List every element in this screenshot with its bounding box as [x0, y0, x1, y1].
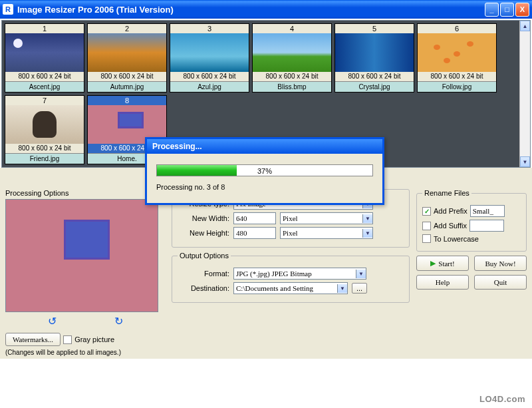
- thumbnail-image: [170, 33, 249, 72]
- minimize-button[interactable]: _: [485, 3, 499, 17]
- thumbnail-index: 5: [335, 24, 414, 33]
- thumbnail-filename: Crystal.jpg: [335, 81, 414, 92]
- thumbnail-dimensions: 800 x 600 x 24 bit: [5, 72, 84, 81]
- add-prefix-label: Add Prefix: [434, 207, 467, 215]
- scroll-up-icon[interactable]: ▲: [520, 21, 530, 31]
- rotate-cw-icon[interactable]: ↻: [114, 315, 123, 327]
- thumbnail-filename: Bliss.bmp: [253, 81, 331, 92]
- thumbnail-index: 7: [5, 96, 84, 105]
- changes-note: (Changes will be applied to all images.): [5, 349, 165, 356]
- chevron-down-icon: ▼: [362, 229, 372, 238]
- thumbnail-image: [5, 105, 84, 144]
- thumbnail-dimensions: 800 x 600 x 24 bit: [335, 72, 414, 81]
- to-lowercase-label: To Lowercase: [434, 235, 479, 243]
- play-icon: ▶: [430, 259, 436, 268]
- titlebar: R Image Resizer Pro 2006 (Trial Version)…: [0, 0, 532, 19]
- processing-options-label: Processing Options: [5, 189, 165, 197]
- progress-percent: 37%: [157, 165, 372, 177]
- new-height-label: New Height:: [178, 229, 229, 237]
- gray-picture-checkbox[interactable]: [63, 335, 72, 344]
- thumbnail-filename: Azul.jpg: [170, 81, 249, 92]
- thumbnail-image: [5, 33, 84, 72]
- to-lowercase-checkbox[interactable]: [422, 234, 431, 243]
- format-label: Format:: [178, 270, 229, 278]
- height-unit-value: Pixel: [283, 229, 298, 237]
- right-column: Rename Files ✓ Add Prefix Add Suffix To …: [416, 189, 527, 356]
- add-suffix-label: Add Suffix: [434, 222, 467, 230]
- thumbnail[interactable]: 5800 x 600 x 24 bitCrystal.jpg: [334, 23, 414, 93]
- rename-files-legend: Rename Files: [422, 189, 471, 197]
- thumbnail-dimensions: 800 x 600 x 24 bit: [88, 72, 166, 81]
- app-icon: R: [3, 4, 13, 15]
- add-suffix-checkbox[interactable]: [422, 222, 431, 230]
- destination-select[interactable]: C:\Documents and Setting ▼: [233, 282, 348, 294]
- output-options-legend: Output Options: [178, 252, 231, 260]
- window-title: Image Resizer Pro 2006 (Trial Version): [17, 5, 483, 15]
- chevron-down-icon: ▼: [356, 270, 366, 278]
- output-options-group: Output Options Format: JPG (*.jpg) JPEG …: [172, 252, 410, 303]
- thumbnail-dimensions: 800 x 600 x 24 bit: [5, 144, 84, 152]
- width-unit-select[interactable]: Pixel ▼: [280, 212, 373, 224]
- quit-button[interactable]: Quit: [474, 275, 527, 290]
- gray-picture-label: Gray picture: [74, 335, 114, 343]
- processing-dialog: Processing... 37% Processing no. 3 of 8: [145, 137, 384, 205]
- thumbnail-index: 3: [170, 24, 249, 33]
- watermarks-button[interactable]: Watermarks...: [5, 333, 61, 346]
- thumbnail[interactable]: 4800 x 600 x 24 bitBliss.bmp: [252, 23, 332, 93]
- new-height-input[interactable]: [233, 227, 276, 239]
- thumbnail-image: [418, 33, 496, 72]
- thumbnail-dimensions: 800 x 600 x 24 bit: [253, 72, 331, 81]
- maximize-button[interactable]: □: [500, 3, 514, 17]
- chevron-down-icon: ▼: [362, 214, 372, 223]
- site-watermark: LO4D.com: [479, 394, 525, 404]
- scroll-down-icon[interactable]: ▼: [520, 156, 530, 167]
- chevron-down-icon: ▼: [337, 284, 347, 293]
- format-select[interactable]: JPG (*.jpg) JPEG Bitmap ▼: [233, 268, 366, 280]
- thumbnail-filename: Friend.jpg: [5, 153, 84, 164]
- thumbnail[interactable]: 7800 x 600 x 24 bitFriend.jpg: [5, 95, 84, 164]
- thumbnail-index: 1: [5, 24, 84, 33]
- suffix-input[interactable]: [469, 220, 504, 232]
- prefix-input[interactable]: [470, 205, 505, 217]
- close-button[interactable]: X: [515, 3, 529, 17]
- thumbnail-index: 8: [88, 96, 166, 105]
- new-width-input[interactable]: [233, 212, 276, 224]
- dialog-status: Processing no. 3 of 8: [156, 183, 373, 191]
- thumbnail[interactable]: 1800 x 600 x 24 bitAscent.jpg: [5, 23, 84, 93]
- rotate-ccw-icon[interactable]: ↺: [48, 315, 57, 327]
- thumbnail-dimensions: 800 x 600 x 24 bit: [418, 72, 496, 81]
- destination-value: C:\Documents and Setting: [236, 284, 313, 292]
- thumbnail-image: [253, 33, 331, 72]
- buy-now-button[interactable]: Buy Now!: [474, 256, 527, 271]
- thumbnail-index: 4: [253, 24, 331, 33]
- width-unit-value: Pixel: [283, 214, 298, 222]
- dialog-title: Processing...: [147, 139, 382, 154]
- start-label: Start!: [438, 260, 454, 268]
- thumbnail-scrollbar[interactable]: ▲ ▼: [519, 21, 530, 167]
- preview-box: [5, 199, 158, 312]
- thumbnail-index: 6: [418, 24, 496, 33]
- thumbnail-filename: Ascent.jpg: [5, 81, 84, 92]
- thumbnail[interactable]: 2800 x 600 x 24 bitAutumn.jpg: [87, 23, 167, 93]
- destination-label: Destination:: [178, 284, 229, 292]
- thumbnail-filename: Autumn.jpg: [88, 81, 166, 92]
- new-width-label: New Width:: [178, 214, 229, 222]
- help-button[interactable]: Help: [416, 275, 469, 290]
- thumbnail[interactable]: 6800 x 600 x 24 bitFollow.jpg: [417, 23, 497, 93]
- thumbnail-dimensions: 800 x 600 x 24 bit: [170, 72, 249, 81]
- thumbnail-filename: Follow.jpg: [418, 81, 496, 92]
- add-prefix-checkbox[interactable]: ✓: [422, 207, 431, 216]
- rename-files-group: Rename Files ✓ Add Prefix Add Suffix To …: [416, 189, 527, 252]
- middle-column: Resize type: Fix Image ▼ New Width: Pixe…: [172, 189, 410, 356]
- scroll-track[interactable]: [520, 31, 530, 156]
- thumbnail-image: [88, 33, 166, 72]
- format-value: JPG (*.jpg) JPEG Bitmap: [236, 270, 312, 278]
- processing-options-panel: Processing Options ↺ ↻ Watermarks... Gra…: [5, 189, 165, 356]
- progress-bar: 37%: [156, 164, 373, 176]
- browse-button[interactable]: ...: [352, 283, 367, 294]
- thumbnail[interactable]: 3800 x 600 x 24 bitAzul.jpg: [170, 23, 249, 93]
- thumbnail-image: [335, 33, 414, 72]
- height-unit-select[interactable]: Pixel ▼: [280, 227, 373, 239]
- start-button[interactable]: ▶ Start!: [416, 256, 469, 271]
- thumbnail-index: 2: [88, 24, 166, 33]
